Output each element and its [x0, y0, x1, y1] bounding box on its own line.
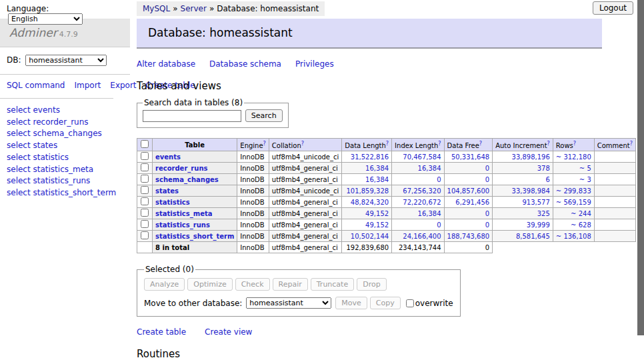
table-link-statistics_runs[interactable]: statistics_runs: [33, 176, 90, 185]
cell-data-length-link[interactable]: 16,384: [365, 176, 389, 183]
cell-rows-link[interactable]: ~ 628: [571, 221, 591, 229]
analyze-button[interactable]: Analyze: [144, 278, 185, 291]
select-link-states[interactable]: select: [7, 141, 31, 150]
logout-button[interactable]: Logout: [593, 1, 633, 15]
cell-data-length-link[interactable]: 49,152: [365, 210, 389, 217]
cell-index-length-link[interactable]: 16,384: [418, 210, 441, 217]
search-button[interactable]: Search: [245, 109, 283, 122]
cell-rows-link[interactable]: ~ 569,159: [556, 199, 591, 206]
select-link-events[interactable]: select: [7, 105, 31, 115]
help-icon[interactable]: ?: [438, 141, 441, 147]
help-icon[interactable]: ?: [386, 141, 389, 147]
cell-auto-increment-link[interactable]: 33,398,984: [512, 187, 550, 195]
cell-data-free-link[interactable]: 104,857,600: [447, 187, 490, 195]
select-link-statistics_meta[interactable]: select: [7, 165, 31, 174]
cell-data-length-link[interactable]: 48,824,320: [351, 199, 389, 206]
row-checkbox-recorder_runs[interactable]: [141, 163, 149, 171]
cell-auto-increment-link[interactable]: 8,581,645: [516, 233, 550, 240]
cell-data-length-link[interactable]: 10,502,144: [351, 233, 389, 240]
drop-button[interactable]: Drop: [357, 278, 386, 291]
cell-auto-increment-link[interactable]: 378: [537, 165, 550, 172]
select-link-statistics_short_term[interactable]: select: [7, 188, 31, 197]
cell-data-length-link[interactable]: 31,522,816: [351, 153, 389, 161]
nav-link-database-schema[interactable]: Database schema: [209, 59, 281, 69]
sidebar-action-import[interactable]: Import: [74, 81, 101, 90]
cell-data-free-link[interactable]: 188,743,680: [447, 233, 490, 240]
cell-index-length-link[interactable]: 16,384: [418, 165, 441, 172]
table-name-link-statistics[interactable]: statistics: [155, 199, 190, 206]
cell-data-free-link[interactable]: 50,331,648: [451, 153, 489, 161]
move-button[interactable]: Move: [335, 297, 367, 309]
cell-auto-increment-link[interactable]: 325: [537, 210, 550, 217]
select-link-statistics[interactable]: select: [7, 153, 31, 162]
table-link-statistics_meta[interactable]: statistics_meta: [33, 165, 93, 174]
table-link-schema_changes[interactable]: schema_changes: [33, 129, 101, 138]
table-link-statistics[interactable]: statistics: [33, 153, 69, 162]
nav-link-privileges[interactable]: Privileges: [295, 59, 334, 69]
move-database-select[interactable]: homeassistant: [246, 297, 331, 309]
table-link-statistics_short_term[interactable]: statistics_short_term: [33, 188, 116, 197]
select-link-statistics_runs[interactable]: select: [7, 176, 31, 185]
cell-data-length-link[interactable]: 101,859,328: [346, 187, 389, 195]
table-link-states[interactable]: states: [33, 141, 57, 150]
repair-button[interactable]: Repair: [273, 278, 308, 291]
copy-button[interactable]: Copy: [370, 297, 401, 309]
cell-auto-increment-link[interactable]: 39,999: [527, 221, 550, 229]
help-icon[interactable]: ?: [630, 141, 633, 147]
cell-data-free-link[interactable]: 6,291,456: [455, 199, 489, 206]
nav-link-alter-database[interactable]: Alter database: [137, 59, 195, 69]
check-button[interactable]: Check: [235, 278, 270, 291]
cell-index-length-link[interactable]: 67,256,320: [403, 187, 441, 195]
cell-rows-link[interactable]: ~ 5: [579, 165, 591, 172]
optimize-button[interactable]: Optimize: [187, 278, 232, 291]
cell-index-length-link[interactable]: 72,220,672: [403, 199, 441, 206]
search-input[interactable]: [143, 110, 241, 122]
cell-data-free-link[interactable]: 0: [485, 210, 489, 217]
cell-rows-link[interactable]: ~ 299,833: [556, 187, 591, 195]
cell-data-length-link[interactable]: 49,152: [365, 221, 389, 229]
cell-index-length-link[interactable]: 0: [437, 221, 441, 229]
scrollbar-thumb[interactable]: [637, 0, 644, 335]
cell-data-free-link[interactable]: 0: [485, 165, 489, 172]
row-checkbox-statistics_meta[interactable]: [141, 209, 149, 217]
table-link-recorder_runs[interactable]: recorder_runs: [33, 117, 88, 127]
breadcrumb-link-mysql[interactable]: MySQL: [143, 4, 170, 13]
select-link-recorder_runs[interactable]: select: [7, 117, 31, 127]
language-select[interactable]: English: [8, 13, 83, 25]
cell-index-length-link[interactable]: 70,467,584: [403, 153, 441, 161]
db-select[interactable]: homeassistant: [25, 55, 107, 66]
table-name-link-statistics_meta[interactable]: statistics_meta: [155, 210, 212, 217]
table-name-link-statistics_runs[interactable]: statistics_runs: [155, 221, 210, 229]
cell-auto-increment-link[interactable]: 33,898,196: [512, 153, 550, 161]
cell-rows-link[interactable]: ~ 3: [579, 176, 591, 183]
table-link-events[interactable]: events: [33, 105, 59, 115]
select-link-schema_changes[interactable]: select: [7, 129, 31, 138]
help-icon[interactable]: ?: [301, 141, 304, 147]
table-name-link-events[interactable]: events: [155, 153, 181, 161]
cell-data-free-link[interactable]: 0: [485, 221, 489, 229]
cell-auto-increment-link[interactable]: 6: [545, 176, 549, 183]
sidebar-action-sql-command[interactable]: SQL command: [7, 81, 65, 90]
select-all-checkbox[interactable]: [141, 140, 149, 148]
row-checkbox-schema_changes[interactable]: [141, 175, 149, 183]
cell-rows-link[interactable]: ~ 136,108: [556, 233, 591, 240]
breadcrumb-link-server[interactable]: Server: [181, 4, 207, 13]
create-table-link[interactable]: Create table: [137, 327, 186, 337]
help-icon[interactable]: ?: [573, 141, 576, 147]
overwrite-checkbox[interactable]: [406, 299, 414, 307]
cell-index-length-link[interactable]: 0: [437, 176, 441, 183]
row-checkbox-events[interactable]: [141, 152, 149, 160]
row-checkbox-statistics_runs[interactable]: [141, 220, 149, 228]
help-icon[interactable]: ?: [479, 141, 482, 147]
table-name-link-states[interactable]: states: [155, 187, 179, 195]
cell-data-free-link[interactable]: 0: [485, 176, 489, 183]
row-checkbox-statistics_short_term[interactable]: [141, 231, 149, 239]
help-icon[interactable]: ?: [547, 141, 550, 147]
table-name-link-recorder_runs[interactable]: recorder_runs: [155, 165, 207, 172]
help-icon[interactable]: ?: [263, 141, 266, 147]
cell-rows-link[interactable]: ~ 312,180: [556, 153, 591, 161]
cell-auto-increment-link[interactable]: 913,577: [522, 199, 549, 206]
cell-rows-link[interactable]: ~ 244: [571, 210, 591, 217]
cell-data-length-link[interactable]: 16,384: [365, 165, 389, 172]
table-name-link-schema_changes[interactable]: schema_changes: [155, 176, 219, 183]
